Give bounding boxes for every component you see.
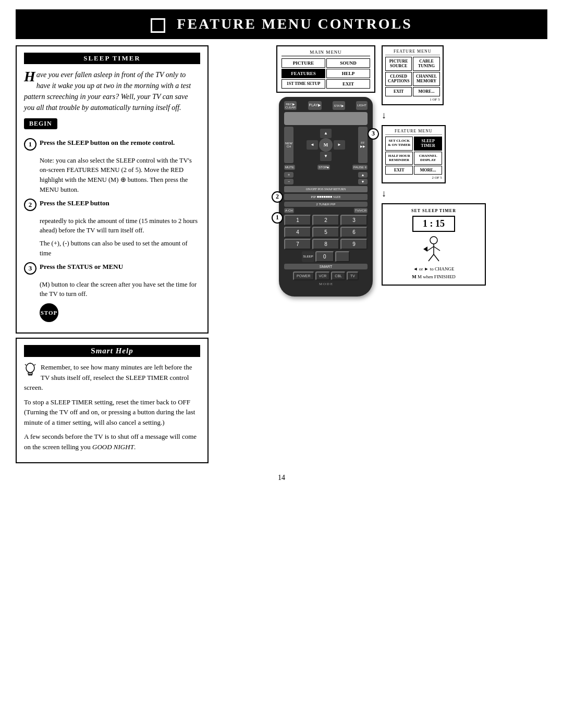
tuner-pip-button[interactable]: 2 TUNER PIP [284,202,368,207]
begin-button: BEGIN [24,118,57,129]
smart-help-para-3: A few seconds before the TV is to shut o… [24,431,200,452]
menu-item-exit[interactable]: EXIT [326,79,370,89]
feature-picture-source[interactable]: PICTURESOURCE [385,57,412,71]
feature-channel-display[interactable]: CHANNELDISPLAY [414,152,442,165]
ach-tvvcr-row: A-CH TV/VCR [284,208,368,213]
feature-menu-1-grid: PICTURESOURCE CABLETUNING CLOSEDCAPTIONS… [385,57,440,96]
svg-line-8 [427,246,434,251]
vcr-button[interactable]: VCR [315,272,331,280]
dpad-up[interactable]: ▲ [320,129,332,138]
num-5-button[interactable]: 5 [312,227,339,238]
main-menu-screen: MAIN MENU PICTURE SOUND FEATURES HELP 1S… [276,45,375,93]
main-content: SLEEP TIMER Have you ever fallen asleep … [16,45,547,464]
pause-button[interactable]: PAUSE II [352,165,368,170]
svg-point-0 [26,363,34,373]
status-button[interactable]: STAT▶ [333,101,345,110]
dpad-right[interactable]: ► [334,140,345,150]
step-badge-1: 1 [272,212,283,224]
num-4-button[interactable]: 4 [284,227,311,238]
menu-item-setup[interactable]: 1ST TIME SETUP [282,79,325,89]
smart-help-para-1: Remember, to see how many minutes are le… [24,362,200,393]
feature-closed-captions[interactable]: CLOSEDCAPTIONS [385,72,412,86]
sleep-timer-value: 1 : 15 [412,216,455,232]
dpad-row-middle: ◄ M ► [307,138,345,152]
feature-exit-1[interactable]: EXIT [385,87,412,96]
feature-cable-tuning[interactable]: CABLETUNING [413,57,439,71]
feature-menu-1-title: FEATURE MENU [385,49,440,55]
menu-item-sound[interactable]: SOUND [326,58,370,68]
cbl-button[interactable]: CBL [331,272,346,280]
feature-more-2[interactable]: MORE... [414,166,442,175]
feature-menu-2-screen: FEATURE MENU SET CLOCK& ON TIMER SLEEPTI… [382,125,446,184]
play-button[interactable]: PLAY▶ [308,101,322,110]
feature-sleep-timer[interactable]: SLEEPTIMER [414,137,442,151]
dpad-center-m[interactable]: M [319,138,333,152]
change-label: to CHANGE [430,266,455,272]
feature-more-1[interactable]: MORE... [413,87,439,96]
num-1-button[interactable]: 1 [284,215,311,226]
sleep-timer-section: SLEEP TIMER Have you ever fallen asleep … [16,45,209,334]
remote-second-row: NEWCH ▲ ◄ M ► [284,127,368,163]
svg-line-10 [429,254,434,261]
step-3-title: Press the STATUS or MENU [40,263,123,270]
num-2-button[interactable]: 2 [312,215,339,226]
tv-button[interactable]: TV [347,272,359,280]
num-8-button[interactable]: 8 [312,239,339,250]
pip-size-label: PIP ■■■■■■■ SIZE [311,195,341,199]
feature-half-hour[interactable]: HALF HOURREMINDER [385,152,413,165]
menu-item-help[interactable]: HELP [326,69,370,78]
vol-down-button[interactable]: − [284,179,293,184]
step-1-content: Press the SLEEP button on the remote con… [40,138,175,148]
step-2-detail: repeatedly to pick the amount of time (1… [40,216,200,236]
step-3-number: 3 [24,262,36,275]
num-7-button[interactable]: 7 [284,239,311,250]
num-0-button[interactable]: 0 [315,251,334,262]
vol-up-button[interactable]: + [284,172,293,178]
remote-bottom-row: POWER VCR CBL TV [284,272,368,280]
svg-line-4 [25,364,26,365]
feature-channel-memory[interactable]: CHANNELMEMORY [413,72,439,86]
smart-help-section: Smart Help Remember, to see how many min… [16,338,209,463]
menu-item-picture[interactable]: PICTURE [282,58,325,68]
pip-size-bar: PIP ■■■■■■■ SIZE [284,194,368,200]
dpad-left[interactable]: ◄ [307,140,318,150]
light-button[interactable]: LIGHT [356,101,368,110]
bulb-icon [24,362,36,378]
smart-help-title: Smart Help [24,345,200,357]
remote-number-grid: 1 2 3 4 5 6 7 8 9 [284,215,368,250]
remote-wrapper: 3 2 1 REC▶CLEAR PLAY▶ STAT▶ LIGHT [279,97,373,297]
sleep-timer-title: SLEEP TIMER [24,53,200,64]
mute-button[interactable]: MUTE [284,165,295,170]
smart-help-content: Remember, to see how many minutes are le… [24,362,200,452]
feature-exit-2[interactable]: EXIT [385,166,413,175]
num-3-button[interactable]: 3 [340,215,368,226]
step-badge-2: 2 [272,191,283,203]
feature-menu-1-screen: FEATURE MENU PICTURESOURCE CABLETUNING C… [382,45,444,105]
arrow-down-1: ↓ [382,110,386,120]
feature-menu-2-grid: SET CLOCK& ON TIMER SLEEPTIMER HALF HOUR… [385,137,442,175]
sleep-label: SLEEP [302,251,314,262]
rec-clear-button[interactable]: REC▶CLEAR [284,101,297,110]
arrow-down-2: ↓ [382,189,386,198]
ff-button[interactable]: FF▶▶ [358,127,368,163]
smart-button[interactable]: SMART [284,264,368,269]
svg-rect-2 [29,374,32,375]
num-6-button[interactable]: 6 [340,227,368,238]
feature-set-clock[interactable]: SET CLOCK& ON TIMER [385,137,413,151]
num-9-button[interactable]: 9 [340,239,368,250]
tv-vcr-button[interactable]: TV/VCR [354,208,368,213]
num-extra-button[interactable] [335,251,350,262]
power-button[interactable]: POWER [293,272,314,280]
person-left-icon [418,236,449,262]
menu-item-features[interactable]: FEATURES [282,69,325,78]
step-3-content: Press the STATUS or MENU [40,262,123,272]
dpad-area: ▲ ◄ M ► ▼ [307,129,345,161]
dpad-down[interactable]: ▼ [320,152,332,161]
screens-column: FEATURE MENU PICTURESOURCE CABLETUNING C… [382,45,486,286]
svg-point-6 [430,237,437,244]
ch-down-button[interactable]: ▼ [358,179,368,184]
a-ch-button[interactable]: A-CH [284,208,294,213]
ch-up-button[interactable]: ▲ [358,172,368,178]
new-ch-button[interactable]: NEWCH [284,127,293,163]
stop-button[interactable]: STOP■ [317,165,330,170]
